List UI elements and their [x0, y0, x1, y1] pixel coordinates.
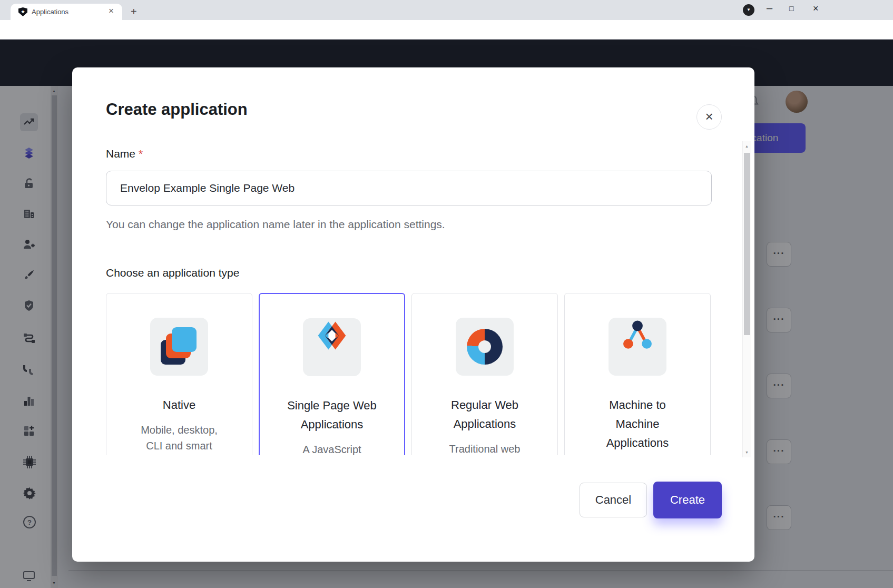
card-title: Native [106, 396, 252, 415]
card-description: Mobile, desktop, CLI and smart [106, 422, 252, 454]
card-machine-to-machine[interactable]: Machine to Machine Applications [564, 293, 711, 455]
required-asterisk: * [139, 148, 143, 160]
screen: ★ Applications × + ▼ – □ × ← → ⟳ manage.… [0, 0, 893, 588]
application-name-input[interactable] [106, 171, 712, 205]
regular-web-icon [456, 318, 514, 376]
auth0-favicon-icon: ★ [18, 7, 27, 16]
window-minimize-button[interactable]: – [767, 2, 772, 14]
application-type-label: Choose an application type [106, 267, 239, 279]
cancel-button[interactable]: Cancel [580, 483, 647, 517]
name-label: Name* [106, 148, 143, 160]
browser-toolbar: ← → ⟳ manage.auth0.com/dashboard/eu/drea… [0, 20, 893, 40]
card-title: Machine to Machine Applications [565, 396, 710, 453]
card-regular-web[interactable]: Regular Web Applications Traditional web [411, 293, 558, 455]
window-close-button[interactable]: × [813, 3, 819, 14]
browser-titlebar: ★ Applications × + ▼ – □ × [0, 0, 893, 20]
modal-title: Create application [106, 100, 248, 119]
modal-body: Name* You can change the application nam… [72, 138, 754, 455]
spa-icon [303, 318, 361, 376]
create-button[interactable]: Create [653, 482, 722, 518]
card-description: Traditional web [412, 441, 557, 455]
native-icon [150, 318, 208, 376]
card-title: Single Page Web Applications [260, 396, 404, 434]
browser-update-icon[interactable]: ▼ [743, 4, 754, 16]
modal-scrollbar[interactable]: ▲ ▼ [742, 141, 751, 457]
window-maximize-button[interactable]: □ [789, 4, 793, 13]
name-help-text: You can change the application name late… [106, 218, 445, 231]
close-icon[interactable]: × [696, 104, 722, 130]
create-application-modal: Create application × Name* You can chang… [72, 67, 754, 562]
card-title: Regular Web Applications [412, 396, 557, 434]
browser-tab[interactable]: ★ Applications × [11, 4, 122, 20]
card-description: A JavaScript [260, 442, 404, 455]
scroll-down-icon[interactable]: ▼ [745, 450, 749, 454]
scroll-up-icon[interactable]: ▲ [745, 144, 749, 148]
scrollbar-thumb[interactable] [744, 153, 750, 335]
tab-title: Applications [32, 8, 68, 16]
tab-close-icon[interactable]: × [109, 6, 114, 16]
m2m-icon [609, 318, 666, 376]
card-native[interactable]: Native Mobile, desktop, CLI and smart [106, 293, 252, 455]
card-single-page-web[interactable]: Single Page Web Applications A JavaScrip… [259, 293, 405, 455]
new-tab-button[interactable]: + [131, 6, 137, 17]
